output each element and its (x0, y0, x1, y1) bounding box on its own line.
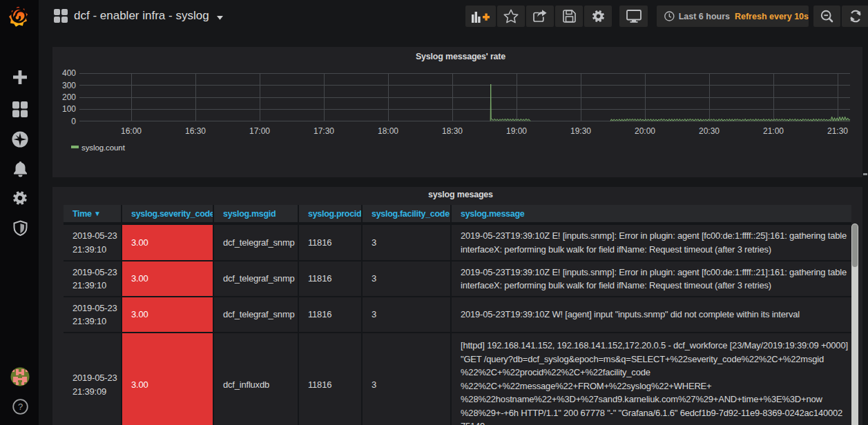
svg-text:17:00: 17:00 (249, 126, 270, 136)
svg-text:100: 100 (62, 104, 76, 114)
svg-text:200: 200 (62, 92, 76, 102)
svg-text:16:00: 16:00 (121, 126, 142, 136)
svg-text:?: ? (18, 402, 23, 412)
svg-text:21:30: 21:30 (827, 126, 848, 136)
svg-text:16:30: 16:30 (185, 126, 206, 136)
svg-text:19:00: 19:00 (506, 126, 527, 136)
svg-text:syslog.count: syslog.count (81, 144, 126, 152)
svg-text:18:30: 18:30 (442, 126, 463, 136)
svg-text:18:00: 18:00 (378, 126, 398, 136)
svg-text:0: 0 (71, 117, 76, 126)
svg-text:400: 400 (62, 68, 76, 78)
svg-text:20:00: 20:00 (635, 126, 655, 136)
svg-text:20:30: 20:30 (699, 126, 720, 136)
svg-text:300: 300 (62, 81, 76, 90)
svg-text:19:30: 19:30 (570, 126, 591, 136)
svg-text:21:00: 21:00 (763, 126, 784, 136)
svg-text:17:30: 17:30 (314, 126, 334, 136)
